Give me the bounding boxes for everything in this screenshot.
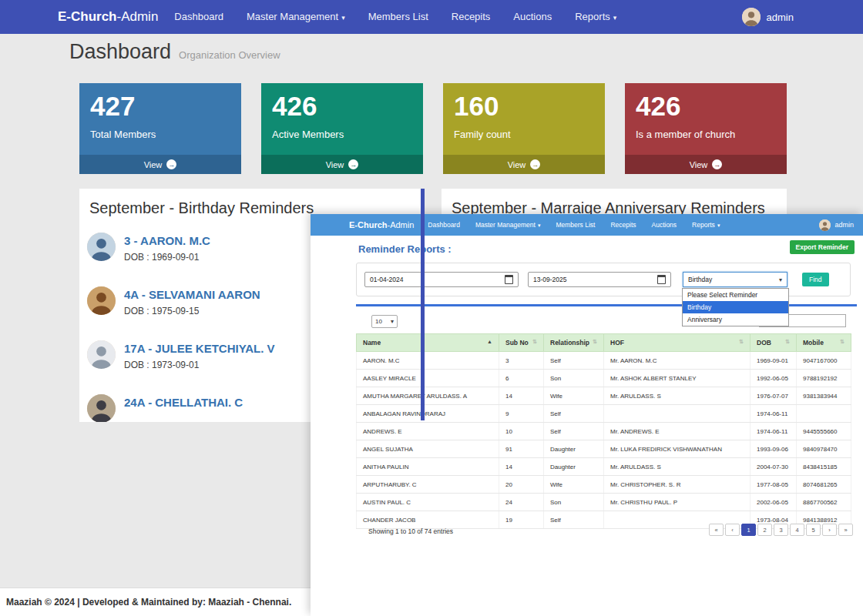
sort-icon: ⇅: [532, 339, 537, 345]
column-header-sub-no[interactable]: Sub No⇅: [499, 334, 544, 352]
nav-item-members-list[interactable]: Members List: [357, 0, 440, 35]
table-cell: Self: [544, 352, 604, 370]
page-head: Dashboard Organization Overview: [69, 40, 280, 64]
view-link[interactable]: View→: [79, 155, 241, 174]
page-button-nav-0[interactable]: «: [709, 524, 724, 536]
table-row[interactable]: ANGEL SUJATHA91DaughterMr. LUKA FREDIRIC…: [357, 440, 851, 458]
dropdown-option-please-select-reminder[interactable]: Please Select Reminder: [683, 289, 788, 301]
overlay-nav-item-master-management[interactable]: Master Management▾: [468, 214, 548, 236]
overlay-user-name: admin: [834, 221, 854, 229]
member-avatar: [87, 394, 116, 422]
stat-card-body: 426Is a member of church: [625, 83, 787, 155]
page-button-2[interactable]: 2: [757, 524, 772, 536]
nav-item-auctions[interactable]: Auctions: [502, 0, 563, 35]
sort-icon: ⇅: [840, 339, 845, 345]
overlay-nav-item-members-list[interactable]: Members List: [548, 214, 603, 236]
dropdown-option-birthday[interactable]: Birthday: [683, 301, 788, 313]
view-link[interactable]: View→: [261, 155, 423, 174]
app-brand[interactable]: E-Church-Admin: [58, 9, 158, 25]
table-cell: Self: [544, 405, 604, 423]
table-row[interactable]: AARON. M.C3SelfMr. AARON. M.C1969-09-019…: [357, 352, 851, 370]
overlay-nav-items: DashboardMaster Management▾Members ListR…: [420, 214, 727, 236]
panel-scrollbar[interactable]: [421, 189, 425, 420]
stat-card-label: Active Members: [272, 129, 412, 140]
table-cell: Son: [544, 494, 604, 511]
overlay-user-menu[interactable]: admin: [819, 214, 854, 236]
from-date-input[interactable]: 01-04-2024: [364, 272, 519, 287]
arrow-circle-icon: →: [166, 159, 176, 169]
table-cell: 91: [499, 440, 544, 458]
arrow-circle-icon: →: [348, 159, 358, 169]
overlay-nav-item-recepits[interactable]: Recepits: [603, 214, 643, 236]
member-name-link[interactable]: 3 - AARON. M.C: [124, 234, 210, 247]
dropdown-option-anniversary[interactable]: Anniversary: [683, 313, 788, 326]
find-button[interactable]: Find: [802, 273, 829, 286]
table-cell: 9788192192: [797, 370, 851, 387]
view-link[interactable]: View→: [625, 155, 787, 174]
reminder-type-select[interactable]: Birthday ▾: [683, 272, 787, 287]
column-header-hof[interactable]: HOF⇅: [604, 334, 751, 352]
table-row[interactable]: AUSTIN PAUL. C24SonMr. CHRISTHU PAUL. P2…: [357, 494, 851, 511]
table-cell: Self: [544, 423, 604, 440]
page-button-nav-7[interactable]: ›: [822, 524, 837, 536]
member-name-link[interactable]: 24A - CHELLATHAI. C: [124, 396, 243, 409]
table-cell: 20: [499, 476, 544, 494]
member-name-link[interactable]: 4A - SELVAMANI AARON: [124, 288, 260, 301]
page-button-3[interactable]: 3: [774, 524, 788, 536]
table-cell: 1974-06-11: [751, 405, 797, 423]
table-cell: Mr. CHRISTOPHER. S. R: [604, 476, 751, 494]
main-nav-items: DashboardMaster Management▾Members ListR…: [163, 0, 628, 35]
page-button-nav-1[interactable]: ‹: [725, 524, 740, 536]
member-name-link[interactable]: 17A - JULEE KETCHIYAL. V: [124, 342, 275, 355]
page-button-4[interactable]: 4: [790, 524, 804, 536]
column-header-relationship[interactable]: Relationship⇅: [544, 334, 604, 352]
user-menu[interactable]: admin: [742, 8, 794, 26]
reminder-reports-window: E-Church-Admin DashboardMaster Managemen…: [311, 214, 863, 616]
calendar-icon: [657, 275, 666, 284]
table-cell: Son: [544, 370, 604, 387]
table-row[interactable]: ANDREWS. E10SelfMr. ANDREWS. E1974-06-11…: [357, 423, 851, 440]
table-cell: 1992-06-05: [751, 370, 797, 387]
table-cell: Mr. ARULDASS. S: [604, 458, 751, 476]
nav-item-master-management[interactable]: Master Management▾: [235, 0, 357, 35]
export-reminder-button[interactable]: Export Reminder: [790, 240, 855, 254]
table-row[interactable]: ANBALAGAN RAVINDRARAJ9Self1974-06-11: [357, 405, 851, 423]
page-button-5[interactable]: 5: [806, 524, 821, 536]
page-button-nav-8[interactable]: »: [838, 524, 853, 536]
caret-down-icon: ▾: [538, 223, 541, 228]
overlay-brand-bold: E-Church: [349, 220, 388, 229]
member-dob: DOB : 1973-09-01: [124, 360, 275, 370]
table-cell: Self: [544, 511, 604, 529]
table-cell: Mr. CHRISTHU PAUL. P: [604, 494, 751, 511]
sort-icon: ⇅: [593, 339, 597, 345]
view-link[interactable]: View→: [443, 155, 605, 174]
table-cell: 8074681265: [797, 476, 851, 494]
overlay-brand-rest: -Admin: [388, 220, 415, 229]
column-header-mobile[interactable]: Mobile⇅: [797, 334, 851, 352]
page-button-1[interactable]: 1: [741, 524, 756, 536]
to-date-input[interactable]: 13-09-2025: [528, 272, 671, 287]
overlay-nav-item-auctions[interactable]: Auctions: [644, 214, 685, 236]
nav-item-recepits[interactable]: Recepits: [440, 0, 502, 35]
table-cell: Mr. AARON. M.C: [604, 352, 751, 370]
table-cell: AARON. M.C: [357, 352, 499, 370]
overlay-user-avatar[interactable]: [819, 219, 831, 231]
overlay-nav-item-reports[interactable]: Reports▾: [684, 214, 727, 236]
table-cell: 9047167000: [797, 352, 851, 370]
page-length-select[interactable]: 10 ▾: [371, 315, 398, 328]
nav-item-reports[interactable]: Reports▾: [563, 0, 628, 35]
table-row[interactable]: ARPUTHARUBY. C20WifeMr. CHRISTOPHER. S. …: [357, 476, 851, 494]
overlay-app-brand[interactable]: E-Church-Admin: [349, 220, 414, 229]
table-row[interactable]: ANITHA PAULIN14DaughterMr. ARULDASS. S20…: [357, 458, 851, 476]
column-header-name[interactable]: Name▲: [357, 334, 499, 352]
table-row[interactable]: AMUTHA MARGARET ARULDASS. A14WifeMr. ARU…: [357, 387, 851, 405]
table-cell: ARPUTHARUBY. C: [357, 476, 499, 494]
user-avatar[interactable]: [742, 8, 761, 26]
caret-down-icon: ▾: [341, 14, 345, 22]
overlay-nav-item-dashboard[interactable]: Dashboard: [420, 214, 468, 236]
stat-card-label: Is a member of church: [636, 129, 776, 140]
table-header-row: Name▲Sub No⇅Relationship⇅HOF⇅DOB⇅Mobile⇅: [357, 334, 851, 352]
nav-item-dashboard[interactable]: Dashboard: [163, 0, 235, 35]
column-header-dob[interactable]: DOB⇅: [751, 334, 797, 352]
table-row[interactable]: AASLEY MIRACLE6SonMr. ASHOK ALBERT STANL…: [357, 370, 851, 387]
